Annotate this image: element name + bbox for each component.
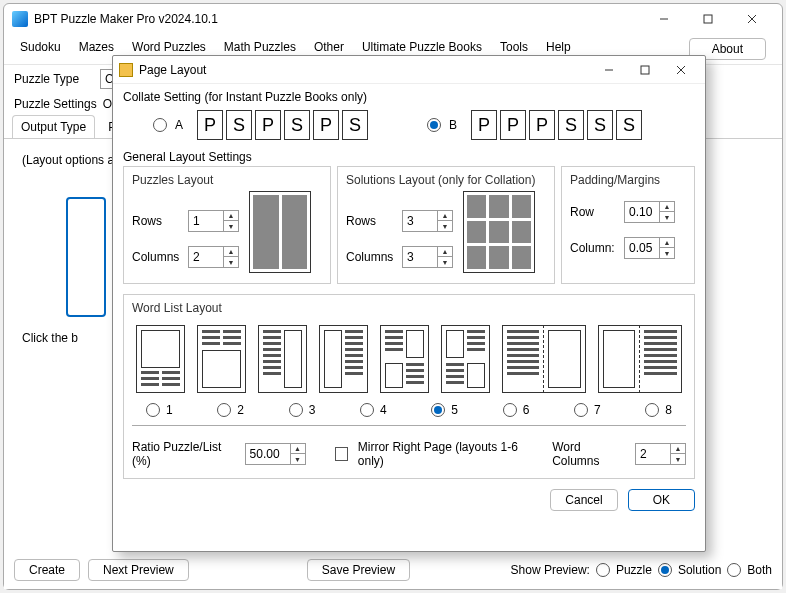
collate-a-tile: S bbox=[226, 110, 252, 140]
puzzles-cols-label: Columns bbox=[132, 250, 182, 264]
wl-thumb-2 bbox=[197, 325, 246, 393]
collate-a-tile: P bbox=[313, 110, 339, 140]
save-preview-button[interactable]: Save Preview bbox=[307, 559, 410, 581]
window-title: BPT Puzzle Maker Pro v2024.10.1 bbox=[34, 12, 218, 26]
solutions-cols-spin[interactable]: ▲▼ bbox=[402, 246, 453, 268]
svg-rect-5 bbox=[641, 66, 649, 74]
collate-b-tile: P bbox=[529, 110, 555, 140]
show-solution-radio[interactable] bbox=[658, 563, 672, 577]
puzzles-rows-spin[interactable]: ▲▼ bbox=[188, 210, 239, 232]
footer: Create Next Preview Save Preview Show Pr… bbox=[4, 551, 782, 589]
page-layout-dialog: Page Layout Collate Setting (for Instant… bbox=[112, 55, 706, 552]
titlebar: BPT Puzzle Maker Pro v2024.10.1 bbox=[4, 4, 782, 34]
wl-radio-8[interactable] bbox=[645, 403, 659, 417]
puzzles-preview bbox=[249, 191, 311, 273]
ratio-spin[interactable]: ▲▼ bbox=[245, 443, 306, 465]
dialog-icon bbox=[119, 63, 133, 77]
padding-col-spin[interactable]: ▲▼ bbox=[624, 237, 675, 259]
wl-thumb-5 bbox=[380, 325, 429, 393]
layout-preview-slot[interactable] bbox=[66, 197, 106, 317]
close-button[interactable] bbox=[730, 5, 774, 33]
app-icon bbox=[12, 11, 28, 27]
collate-a-tile: P bbox=[255, 110, 281, 140]
wl-radio-6[interactable] bbox=[503, 403, 517, 417]
collate-b-tile: S bbox=[558, 110, 584, 140]
puzzles-rows-label: Rows bbox=[132, 214, 182, 228]
collate-b-tile: P bbox=[500, 110, 526, 140]
solutions-rows-spin[interactable]: ▲▼ bbox=[402, 210, 453, 232]
collate-a-tile: P bbox=[197, 110, 223, 140]
collate-b-label: B bbox=[449, 118, 457, 132]
wl-thumb-6 bbox=[441, 325, 490, 393]
padding-row-spin[interactable]: ▲▼ bbox=[624, 201, 675, 223]
show-both-label: Both bbox=[747, 563, 772, 577]
padding-col-label: Column: bbox=[570, 241, 618, 255]
collate-b-radio[interactable] bbox=[427, 118, 441, 132]
show-preview-label: Show Preview: bbox=[511, 563, 590, 577]
collate-b-tile: P bbox=[471, 110, 497, 140]
wl-radio-5[interactable] bbox=[431, 403, 445, 417]
ratio-label: Ratio Puzzle/List (%) bbox=[132, 440, 235, 468]
puzzle-type-label: Puzzle Type bbox=[14, 72, 94, 86]
wl-radio-2[interactable] bbox=[217, 403, 231, 417]
wl-radio-3[interactable] bbox=[289, 403, 303, 417]
solutions-cols-label: Columns bbox=[346, 250, 396, 264]
collate-a-tile: S bbox=[342, 110, 368, 140]
dialog-title: Page Layout bbox=[139, 63, 206, 77]
mirror-label: Mirror Right Page (layouts 1-6 only) bbox=[358, 440, 532, 468]
wl-thumb-8 bbox=[598, 325, 682, 393]
collate-b-tile: S bbox=[616, 110, 642, 140]
wordcols-label: Word Columns bbox=[552, 440, 625, 468]
ok-button[interactable]: OK bbox=[628, 489, 695, 511]
maximize-button[interactable] bbox=[686, 5, 730, 33]
wl-thumb-7 bbox=[502, 325, 586, 393]
solutions-rows-label: Rows bbox=[346, 214, 396, 228]
mirror-checkbox[interactable] bbox=[335, 447, 348, 461]
collate-legend: Collate Setting (for Instant Puzzle Book… bbox=[123, 90, 695, 104]
wl-radio-4[interactable] bbox=[360, 403, 374, 417]
collate-a-radio[interactable] bbox=[153, 118, 167, 132]
solutions-layout-legend: Solutions Layout (only for Collation) bbox=[346, 173, 546, 187]
create-button[interactable]: Create bbox=[14, 559, 80, 581]
wl-radio-7[interactable] bbox=[574, 403, 588, 417]
puzzles-cols-spin[interactable]: ▲▼ bbox=[188, 246, 239, 268]
menu-sudoku[interactable]: Sudoku bbox=[20, 38, 61, 60]
dialog-minimize[interactable] bbox=[591, 58, 627, 82]
collate-a-label: A bbox=[175, 118, 183, 132]
wl-thumb-1 bbox=[136, 325, 185, 393]
svg-rect-1 bbox=[704, 15, 712, 23]
wordlist-legend: Word List Layout bbox=[132, 301, 686, 315]
cancel-button[interactable]: Cancel bbox=[550, 489, 617, 511]
collate-b-tile: S bbox=[587, 110, 613, 140]
solutions-preview bbox=[463, 191, 535, 273]
wl-thumb-4 bbox=[319, 325, 368, 393]
minimize-button[interactable] bbox=[642, 5, 686, 33]
padding-legend: Padding/Margins bbox=[570, 173, 686, 187]
show-puzzle-label: Puzzle bbox=[616, 563, 652, 577]
show-puzzle-radio[interactable] bbox=[596, 563, 610, 577]
puzzle-settings-label: Puzzle Settings bbox=[14, 97, 97, 111]
wl-radio-1[interactable] bbox=[146, 403, 160, 417]
tab-output-type[interactable]: Output Type bbox=[12, 115, 95, 138]
dialog-close[interactable] bbox=[663, 58, 699, 82]
menu-mazes[interactable]: Mazes bbox=[79, 38, 114, 60]
puzzles-layout-legend: Puzzles Layout bbox=[132, 173, 322, 187]
next-preview-button[interactable]: Next Preview bbox=[88, 559, 189, 581]
wl-thumb-3 bbox=[258, 325, 307, 393]
collate-a-tile: S bbox=[284, 110, 310, 140]
padding-row-label: Row bbox=[570, 205, 618, 219]
wordcols-spin[interactable]: ▲▼ bbox=[635, 443, 686, 465]
dialog-maximize[interactable] bbox=[627, 58, 663, 82]
show-solution-label: Solution bbox=[678, 563, 721, 577]
show-both-radio[interactable] bbox=[727, 563, 741, 577]
general-legend: General Layout Settings bbox=[123, 150, 695, 164]
